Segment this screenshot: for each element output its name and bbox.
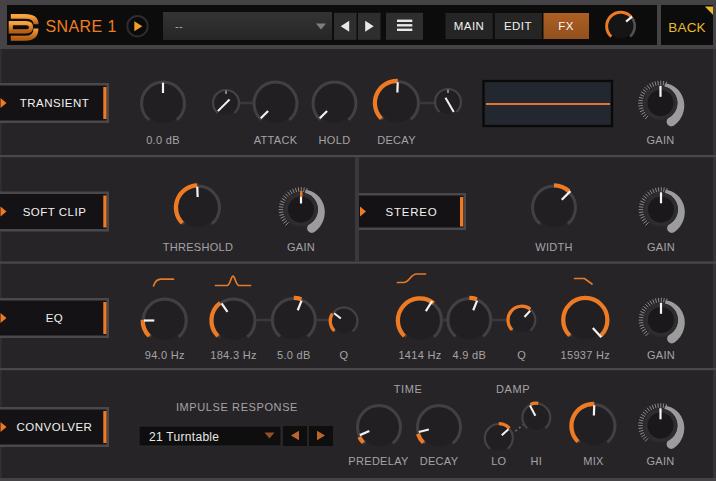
svg-text:HOLD: HOLD: [319, 134, 351, 146]
svg-text:SNARE 1: SNARE 1: [46, 18, 117, 35]
svg-text:DECAY: DECAY: [420, 455, 459, 467]
svg-text:FX: FX: [558, 20, 574, 32]
svg-text:TIME: TIME: [394, 383, 423, 395]
svg-text:4.9 dB: 4.9 dB: [452, 349, 486, 361]
svg-text:MIX: MIX: [583, 455, 604, 467]
svg-text:THRESHOLD: THRESHOLD: [163, 241, 234, 253]
svg-text:ATTACK: ATTACK: [254, 134, 298, 146]
svg-text:GAIN: GAIN: [287, 241, 315, 253]
svg-text:Q: Q: [517, 349, 526, 361]
svg-text:GAIN: GAIN: [647, 349, 675, 361]
svg-text:DAMP: DAMP: [496, 383, 530, 395]
svg-text:IMPULSE RESPONSE: IMPULSE RESPONSE: [176, 401, 298, 413]
svg-text:94.0 Hz: 94.0 Hz: [145, 349, 185, 361]
svg-text:GAIN: GAIN: [647, 241, 675, 253]
svg-text:SOFT CLIP: SOFT CLIP: [23, 206, 87, 218]
svg-text:GAIN: GAIN: [646, 455, 674, 467]
svg-text:--: --: [175, 20, 183, 32]
svg-text:184.3 Hz: 184.3 Hz: [210, 349, 256, 361]
svg-text:5.0 dB: 5.0 dB: [277, 349, 311, 361]
svg-text:EDIT: EDIT: [504, 20, 532, 32]
svg-text:15937 Hz: 15937 Hz: [561, 349, 611, 361]
svg-text:BACK: BACK: [668, 20, 706, 35]
svg-text:CONVOLVER: CONVOLVER: [17, 421, 93, 433]
svg-text:TRANSIENT: TRANSIENT: [20, 97, 90, 109]
svg-text:WIDTH: WIDTH: [535, 241, 573, 253]
svg-text:1414 Hz: 1414 Hz: [398, 349, 441, 361]
svg-text:21 Turntable: 21 Turntable: [149, 430, 219, 444]
svg-text:Q: Q: [340, 349, 349, 361]
svg-text:EQ: EQ: [46, 312, 64, 324]
svg-text:MAIN: MAIN: [454, 20, 485, 32]
svg-text:PREDELAY: PREDELAY: [348, 455, 409, 467]
svg-text:STEREO: STEREO: [385, 206, 437, 218]
svg-text:0.0 dB: 0.0 dB: [146, 134, 180, 146]
svg-text:HI: HI: [530, 455, 542, 467]
svg-text:LO: LO: [491, 455, 506, 467]
svg-text:GAIN: GAIN: [646, 134, 674, 146]
svg-text:DECAY: DECAY: [377, 134, 416, 146]
